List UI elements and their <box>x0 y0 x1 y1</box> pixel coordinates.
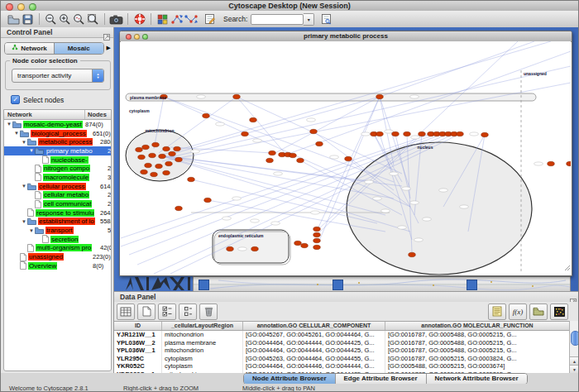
network-node[interactable] <box>269 151 276 155</box>
table-column-header[interactable]: annotation.GO CELLULAR_COMPONENT <box>243 322 385 330</box>
tree-row[interactable]: ▼metabolic process280(0) <box>4 137 111 146</box>
network-node[interactable] <box>159 154 166 158</box>
network-node[interactable] <box>313 238 321 242</box>
network-graph[interactable]: plasma membranecytoplasmmitochondrionnuc… <box>121 41 571 275</box>
tree-row[interactable]: multi-organism pro42(0) <box>4 244 111 253</box>
tree-row[interactable]: ▼cellular process614(0) <box>4 182 111 191</box>
select-nodes-checkbox[interactable]: ✓ <box>11 95 20 104</box>
network-node[interactable] <box>310 129 318 133</box>
network-node[interactable] <box>169 151 176 155</box>
network-node[interactable] <box>548 161 555 165</box>
zoom-selected-region-icon[interactable] <box>72 12 86 26</box>
search-attribute-icon[interactable] <box>319 12 333 26</box>
network-node[interactable] <box>233 94 241 98</box>
network-node[interactable] <box>175 157 183 161</box>
network-node[interactable] <box>152 142 160 146</box>
network-node[interactable] <box>136 147 143 151</box>
disclosure-triangle-icon[interactable]: ▼ <box>13 131 20 136</box>
select-node-attributes-icon[interactable] <box>158 304 176 320</box>
zoom-in-icon[interactable] <box>58 12 72 26</box>
tree-row[interactable]: nucleobase-209(0) <box>4 155 111 165</box>
network-node[interactable] <box>409 252 416 256</box>
network-node[interactable] <box>138 155 146 159</box>
tree-row[interactable]: response to stimulu264(0) <box>4 208 111 218</box>
table-row[interactable]: YJR121W__1mitochondrion[GO:0045267, GO:0… <box>114 331 570 339</box>
table-column-header[interactable]: _cellularLayoutRegion <box>162 322 243 330</box>
network-node[interactable] <box>301 243 309 247</box>
new-attribute-icon[interactable] <box>137 304 156 320</box>
attribute-table-icon[interactable] <box>117 304 135 320</box>
tree-row[interactable]: unassigned223(0) <box>4 252 111 261</box>
save-session-icon[interactable] <box>21 12 35 26</box>
disclosure-triangle-icon[interactable]: ▼ <box>6 122 12 127</box>
network-node[interactable] <box>163 146 170 151</box>
tree-row[interactable]: ▼mosaic-demo-yeast874(0) <box>4 120 111 129</box>
network-node[interactable] <box>376 131 384 136</box>
network-node[interactable] <box>457 131 464 136</box>
zoom-fit-icon[interactable] <box>86 12 100 26</box>
table-column-header[interactable]: annotation.GO MOLECULAR_FUNCTION <box>385 322 570 330</box>
table-row[interactable]: YPL036W__1mitochondrion[GO:0044464, GO:0… <box>114 347 570 355</box>
tab-edge-attribute-browser[interactable]: Edge Attribute Browser <box>335 374 426 384</box>
tree-row[interactable]: cell communicat22(0) <box>4 199 111 208</box>
network-node[interactable] <box>313 245 321 249</box>
open-session-icon[interactable] <box>7 12 21 26</box>
network-node[interactable] <box>316 141 323 146</box>
tab-mosaic[interactable]: Mosaic <box>54 43 103 54</box>
disclosure-triangle-icon[interactable]: ▼ <box>21 219 27 224</box>
vizmapper-icon[interactable] <box>156 12 170 26</box>
network-node[interactable] <box>290 153 297 157</box>
network-node[interactable] <box>145 163 152 167</box>
disclosure-triangle-icon[interactable]: ▼ <box>28 148 35 153</box>
network-node[interactable] <box>567 161 571 165</box>
network-node[interactable] <box>188 177 195 181</box>
network-node[interactable] <box>204 198 212 202</box>
table-scrollbar[interactable]: ▲ ▼ <box>569 321 579 374</box>
import-attributes-icon[interactable] <box>529 304 548 320</box>
network-node[interactable] <box>174 146 181 151</box>
network-node[interactable] <box>481 132 489 136</box>
network-node[interactable] <box>376 94 384 98</box>
tree-row[interactable]: macromolecule311(0) <box>4 173 111 182</box>
table-column-header[interactable]: ID <box>114 322 162 330</box>
node-color-dropdown[interactable]: transporter activity ▲▼ <box>12 69 104 83</box>
network-node[interactable] <box>250 117 257 122</box>
attribute-table-header[interactable]: ID_cellularLayoutRegionannotation.GO CEL… <box>114 322 570 331</box>
attribute-table[interactable]: ID_cellularLayoutRegionannotation.GO CEL… <box>114 321 570 375</box>
tab-network[interactable]: Network <box>5 43 54 54</box>
search-input[interactable] <box>251 14 304 25</box>
resize-grip[interactable] <box>564 260 571 275</box>
network-node[interactable] <box>266 158 274 162</box>
tab-overflow-arrow[interactable]: ▶ <box>107 45 111 51</box>
apply-layout-icon[interactable] <box>170 12 184 26</box>
network-node[interactable] <box>203 113 210 117</box>
network-node[interactable] <box>242 131 249 136</box>
attribute-list-icon[interactable] <box>488 304 506 320</box>
search-dropdown-button[interactable]: ▾ <box>304 13 314 26</box>
control-panel-header[interactable]: Control Panel <box>1 27 113 38</box>
network-canvas[interactable]: plasma membranecytoplasmmitochondrionnuc… <box>121 41 571 275</box>
tree-row[interactable]: ▼establishment of lo558(0) <box>4 218 111 227</box>
table-row[interactable]: YPL036W__2plasma membrane[GO:0044464, GO… <box>114 339 570 347</box>
tree-row[interactable]: secretion41(0) <box>4 235 111 244</box>
network-node[interactable] <box>419 131 426 136</box>
tab-node-attribute-browser[interactable]: Node Attribute Browser <box>244 374 335 384</box>
network-node[interactable] <box>156 164 163 168</box>
network-node[interactable] <box>392 131 400 136</box>
export-snapshot-icon[interactable] <box>109 12 123 26</box>
network-node[interactable] <box>141 170 148 174</box>
help-icon[interactable] <box>132 12 146 26</box>
network-node[interactable] <box>251 246 259 251</box>
table-row[interactable]: YKR052Ccytoplasm[GO:0044464, GO:0044446,… <box>114 362 570 370</box>
tab-network-attribute-browser[interactable]: Network Attribute Browser <box>426 374 527 384</box>
network-node[interactable] <box>163 170 170 174</box>
network-tree-header[interactable]: Network Nodes <box>4 110 111 120</box>
network-node[interactable] <box>345 156 352 160</box>
tree-col-network[interactable]: Network <box>4 110 85 119</box>
network-node[interactable] <box>294 241 302 245</box>
tree-row[interactable]: cellular metabo209(0) <box>4 191 111 200</box>
apply-layout-alt-icon[interactable] <box>184 12 198 26</box>
tree-row[interactable]: Overview8(0) <box>4 261 111 270</box>
network-node[interactable] <box>151 172 158 176</box>
select-attributes-small-icon[interactable] <box>179 304 197 320</box>
